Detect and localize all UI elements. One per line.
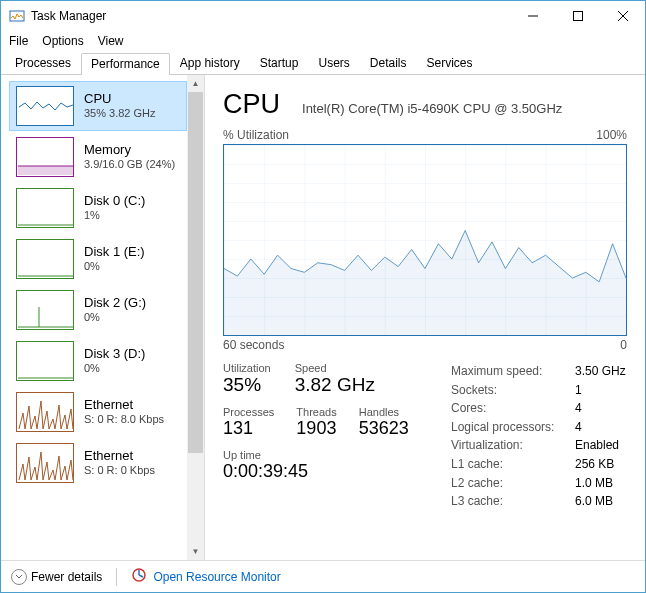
resmon-icon <box>131 567 147 586</box>
sidebar-thumbnail <box>16 392 74 432</box>
menu-view[interactable]: View <box>98 34 124 48</box>
sidebar-item-label: Disk 0 (C:) <box>84 193 145 209</box>
app-icon <box>9 8 25 24</box>
main-panel: CPU Intel(R) Core(TM) i5-4690K CPU @ 3.5… <box>205 75 645 560</box>
sidebar-item-sublabel: 1% <box>84 209 145 223</box>
sidebar-item-disk-3-d-[interactable]: Disk 3 (D:)0% <box>9 336 187 386</box>
sidebar-thumbnail <box>16 443 74 483</box>
open-resource-monitor-link[interactable]: Open Resource Monitor <box>131 567 280 586</box>
stats-left: Utilization 35% Speed 3.82 GHz Processes… <box>223 362 431 511</box>
sidebar-item-sublabel: 35% 3.82 GHz <box>84 107 156 121</box>
stat-row: Virtualization:Enabled <box>451 436 627 455</box>
sidebar-item-label: Ethernet <box>84 397 164 413</box>
menu-file[interactable]: File <box>9 34 28 48</box>
chart-x-left: 60 seconds <box>223 338 284 352</box>
body-area: CPU35% 3.82 GHzMemory3.9/16.0 GB (24%)Di… <box>1 75 645 560</box>
minimize-button[interactable] <box>510 1 555 31</box>
sidebar-item-sublabel: 3.9/16.0 GB (24%) <box>84 158 175 172</box>
sidebar-thumbnail <box>16 290 74 330</box>
svg-line-15 <box>139 575 143 577</box>
tab-startup[interactable]: Startup <box>250 52 309 74</box>
maximize-button[interactable] <box>555 1 600 31</box>
stat-speed: Speed 3.82 GHz <box>295 362 375 396</box>
sidebar: CPU35% 3.82 GHzMemory3.9/16.0 GB (24%)Di… <box>1 75 187 560</box>
stat-threads: Threads 1903 <box>296 406 336 439</box>
stat-row: Logical processors:4 <box>451 418 627 437</box>
stat-handles: Handles 53623 <box>359 406 409 439</box>
sidebar-item-sublabel: 0% <box>84 260 145 274</box>
sidebar-item-cpu[interactable]: CPU35% 3.82 GHz <box>9 81 187 131</box>
tab-details[interactable]: Details <box>360 52 417 74</box>
sidebar-item-label: Disk 1 (E:) <box>84 244 145 260</box>
stat-row: Sockets:1 <box>451 381 627 400</box>
chart-x-right: 0 <box>620 338 627 352</box>
tab-performance[interactable]: Performance <box>81 53 170 75</box>
sidebar-item-disk-0-c-[interactable]: Disk 0 (C:)1% <box>9 183 187 233</box>
tab-services[interactable]: Services <box>417 52 483 74</box>
main-header: CPU Intel(R) Core(TM) i5-4690K CPU @ 3.5… <box>223 89 627 120</box>
sidebar-item-disk-1-e-[interactable]: Disk 1 (E:)0% <box>9 234 187 284</box>
cpu-usage-chart[interactable] <box>223 144 627 336</box>
window-title: Task Manager <box>31 9 106 23</box>
close-button[interactable] <box>600 1 645 31</box>
sidebar-item-sublabel: S: 0 R: 0 Kbps <box>84 464 155 478</box>
stat-row: Cores:4 <box>451 399 627 418</box>
sidebar-thumbnail <box>16 137 74 177</box>
stat-uptime: Up time 0:00:39:45 <box>223 449 431 482</box>
stat-row: L2 cache:1.0 MB <box>451 474 627 493</box>
sidebar-item-label: Disk 3 (D:) <box>84 346 145 362</box>
stats-grid: Utilization 35% Speed 3.82 GHz Processes… <box>223 362 627 511</box>
stat-row: L1 cache:256 KB <box>451 455 627 474</box>
scroll-up-arrow-icon[interactable]: ▲ <box>187 75 204 92</box>
stat-utilization: Utilization 35% <box>223 362 271 396</box>
sidebar-item-label: Disk 2 (G:) <box>84 295 146 311</box>
svg-rect-2 <box>573 12 582 21</box>
svg-marker-12 <box>224 231 626 336</box>
divider <box>116 568 117 586</box>
sidebar-wrap: CPU35% 3.82 GHzMemory3.9/16.0 GB (24%)Di… <box>1 75 205 560</box>
tab-users[interactable]: Users <box>308 52 359 74</box>
tab-app-history[interactable]: App history <box>170 52 250 74</box>
chart-y-max: 100% <box>596 128 627 142</box>
chevron-down-icon <box>11 569 27 585</box>
chart-bottom-labels: 60 seconds 0 <box>223 338 627 352</box>
sidebar-item-label: CPU <box>84 91 156 107</box>
sidebar-item-ethernet[interactable]: EthernetS: 0 R: 0 Kbps <box>9 438 187 488</box>
stat-processes: Processes 131 <box>223 406 274 439</box>
fewer-details-button[interactable]: Fewer details <box>11 569 102 585</box>
tabs-row: Processes Performance App history Startu… <box>1 51 645 75</box>
sidebar-scrollbar[interactable]: ▲ ▼ <box>187 75 204 560</box>
cpu-description: Intel(R) Core(TM) i5-4690K CPU @ 3.50GHz <box>302 101 562 116</box>
sidebar-item-memory[interactable]: Memory3.9/16.0 GB (24%) <box>9 132 187 182</box>
menubar: File Options View <box>1 31 645 51</box>
scroll-thumb[interactable] <box>188 92 203 453</box>
sidebar-item-label: Ethernet <box>84 448 155 464</box>
sidebar-thumbnail <box>16 188 74 228</box>
menu-options[interactable]: Options <box>42 34 83 48</box>
sidebar-thumbnail <box>16 86 74 126</box>
chart-top-labels: % Utilization 100% <box>223 128 627 142</box>
titlebar[interactable]: Task Manager <box>1 1 645 31</box>
footer: Fewer details Open Resource Monitor <box>1 560 645 592</box>
sidebar-thumbnail <box>16 341 74 381</box>
stat-row: L3 cache:6.0 MB <box>451 492 627 511</box>
chart-y-label: % Utilization <box>223 128 289 142</box>
stat-row: Maximum speed:3.50 GHz <box>451 362 627 381</box>
tab-processes[interactable]: Processes <box>5 52 81 74</box>
sidebar-item-sublabel: S: 0 R: 8.0 Kbps <box>84 413 164 427</box>
page-title: CPU <box>223 89 280 120</box>
sidebar-item-sublabel: 0% <box>84 311 146 325</box>
task-manager-window: Task Manager File Options View Processes… <box>0 0 646 593</box>
sidebar-item-disk-2-g-[interactable]: Disk 2 (G:)0% <box>9 285 187 335</box>
stats-right: Maximum speed:3.50 GHzSockets:1Cores:4Lo… <box>451 362 627 511</box>
sidebar-item-sublabel: 0% <box>84 362 145 376</box>
svg-rect-5 <box>18 166 73 175</box>
scroll-down-arrow-icon[interactable]: ▼ <box>187 543 204 560</box>
scroll-track[interactable] <box>187 92 204 543</box>
sidebar-thumbnail <box>16 239 74 279</box>
sidebar-item-ethernet[interactable]: EthernetS: 0 R: 8.0 Kbps <box>9 387 187 437</box>
sidebar-item-label: Memory <box>84 142 175 158</box>
